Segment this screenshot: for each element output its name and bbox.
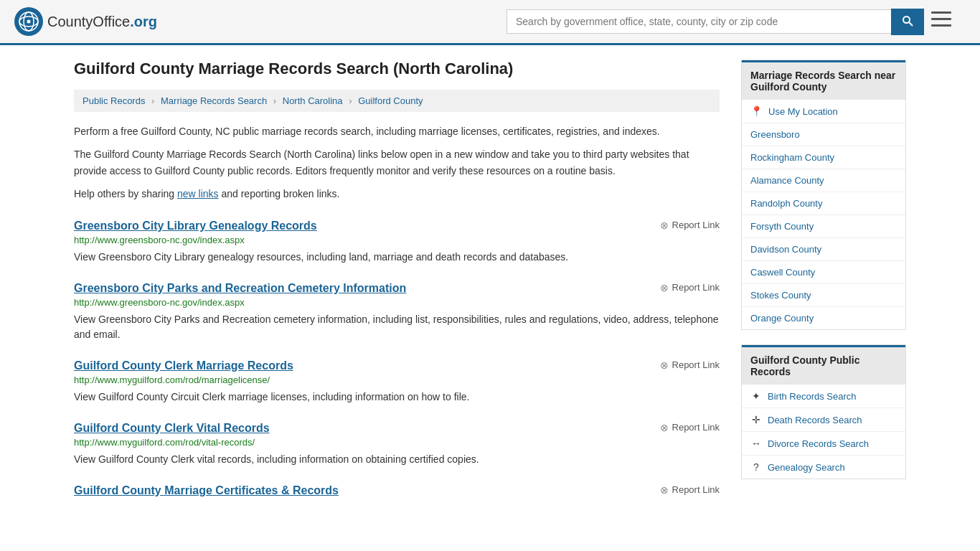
sidebar-death-records[interactable]: ✛ Death Records Search — [742, 408, 905, 432]
result-header-2: Greensboro City Parks and Recreation Cem… — [74, 282, 720, 295]
birth-records-link[interactable]: Birth Records Search — [768, 391, 857, 402]
sidebar-randolph[interactable]: Randolph County — [742, 192, 905, 215]
report-link-5[interactable]: ⊗ Report Link — [660, 484, 720, 496]
sidebar-rockingham[interactable]: Rockingham County — [742, 146, 905, 169]
page-wrapper: Guilford County Marriage Records Search … — [60, 45, 920, 512]
genealogy-link[interactable]: Genealogy Search — [768, 462, 845, 473]
result-title-4[interactable]: Guilford County Clerk Vital Records — [74, 422, 270, 435]
sidebar-orange[interactable]: Orange County — [742, 307, 905, 329]
report-link-label-5: Report Link — [672, 484, 720, 495]
desc-3-prefix: Help others by sharing — [74, 188, 177, 199]
divorce-icon: ↔ — [750, 438, 762, 449]
result-item-3: Guilford County Clerk Marriage Records ⊗… — [74, 359, 720, 405]
sidebar-public-section: Guilford County Public Records ✦ Birth R… — [741, 344, 906, 479]
result-title-5[interactable]: Guilford County Marriage Certificates & … — [74, 484, 339, 497]
search-input[interactable] — [507, 9, 891, 34]
sidebar-nearby-title: Marriage Records Search near Guilford Co… — [742, 60, 905, 100]
result-url-2: http://www.greensboro-nc.gov/index.aspx — [74, 297, 720, 308]
report-link-3[interactable]: ⊗ Report Link — [660, 359, 720, 371]
result-title[interactable]: Greensboro City Library Genealogy Record… — [74, 220, 317, 232]
result-header-5: Guilford County Marriage Certificates & … — [74, 484, 720, 497]
breadcrumb-sep-1: › — [151, 95, 154, 106]
sidebar-birth-records[interactable]: ✦ Birth Records Search — [742, 385, 905, 408]
result-title-3[interactable]: Guilford County Clerk Marriage Records — [74, 359, 293, 372]
location-icon: 📍 — [750, 105, 763, 117]
search-icon — [902, 15, 913, 27]
svg-rect-8 — [931, 18, 951, 20]
report-icon-3: ⊗ — [660, 359, 669, 371]
sidebar-divorce-records[interactable]: ↔ Divorce Records Search — [742, 432, 905, 456]
result-url-1: http://www.greensboro-nc.gov/index.aspx — [74, 235, 720, 245]
breadcrumb-marriage-records[interactable]: Marriage Records Search — [161, 95, 267, 106]
page-title: Guilford County Marriage Records Search … — [74, 60, 720, 78]
davidson-link[interactable]: Davidson County — [750, 244, 821, 255]
sidebar-public-title: Guilford County Public Records — [742, 345, 905, 385]
desc-1: Perform a free Guilford County, NC publi… — [74, 123, 720, 139]
report-link-label-3: Report Link — [672, 359, 720, 370]
report-link-label-1: Report Link — [672, 220, 720, 230]
report-link-label-4: Report Link — [672, 422, 720, 433]
report-link-1[interactable]: ⊗ Report Link — [660, 220, 720, 231]
result-header-3: Guilford County Clerk Marriage Records ⊗… — [74, 359, 720, 372]
desc-3: Help others by sharing new links and rep… — [74, 186, 720, 202]
header: CountyOffice.org — [0, 0, 980, 45]
logo-icon — [14, 7, 43, 36]
caswell-link[interactable]: Caswell County — [750, 267, 815, 278]
main-content: Guilford County Marriage Records Search … — [74, 60, 720, 497]
new-links[interactable]: new links — [177, 188, 219, 199]
result-title-2[interactable]: Greensboro City Parks and Recreation Cem… — [74, 282, 406, 295]
result-item-2: Greensboro City Parks and Recreation Cem… — [74, 282, 720, 342]
result-url-3: http://www.myguilford.com/rod/marriageli… — [74, 375, 720, 385]
breadcrumb-public-records[interactable]: Public Records — [83, 95, 145, 106]
sidebar: Marriage Records Search near Guilford Co… — [741, 60, 906, 497]
result-desc-1: View Greensboro City Library genealogy r… — [74, 250, 720, 265]
svg-line-6 — [909, 22, 913, 26]
forsyth-link[interactable]: Forsyth County — [750, 221, 814, 232]
sidebar-stokes[interactable]: Stokes County — [742, 284, 905, 307]
breadcrumb-guilford-county[interactable]: Guilford County — [358, 95, 423, 106]
breadcrumb-sep-2: › — [273, 95, 276, 106]
svg-point-4 — [27, 20, 31, 24]
result-url-4: http://www.myguilford.com/rod/vital-reco… — [74, 437, 720, 448]
randolph-link[interactable]: Randolph County — [750, 198, 822, 209]
logo-area: CountyOffice.org — [14, 7, 157, 36]
sidebar-genealogy[interactable]: ? Genealogy Search — [742, 456, 905, 479]
svg-rect-9 — [931, 24, 951, 27]
genealogy-icon: ? — [750, 461, 762, 473]
search-area — [507, 9, 951, 35]
greensboro-link[interactable]: Greensboro — [750, 129, 800, 140]
use-my-location-link[interactable]: Use My Location — [768, 106, 838, 117]
report-link-4[interactable]: ⊗ Report Link — [660, 422, 720, 433]
alamance-link[interactable]: Alamance County — [750, 175, 824, 186]
result-desc-3: View Guilford County Circuit Clerk marri… — [74, 390, 720, 405]
result-desc-4: View Guilford County Clerk vital records… — [74, 452, 720, 467]
result-header: Greensboro City Library Genealogy Record… — [74, 220, 720, 232]
report-link-label-2: Report Link — [672, 282, 720, 293]
logo-text: CountyOffice.org — [47, 14, 157, 30]
logo-brand: CountyOffice — [47, 14, 130, 29]
breadcrumb-north-carolina[interactable]: North Carolina — [283, 95, 343, 106]
rockingham-link[interactable]: Rockingham County — [750, 152, 834, 163]
sidebar-nearby-section: Marriage Records Search near Guilford Co… — [741, 60, 906, 330]
menu-icon[interactable] — [931, 11, 951, 32]
orange-link[interactable]: Orange County — [750, 313, 814, 324]
result-header-4: Guilford County Clerk Vital Records ⊗ Re… — [74, 422, 720, 435]
svg-point-5 — [903, 17, 910, 23]
sidebar-davidson[interactable]: Davidson County — [742, 238, 905, 261]
logo-org: .org — [130, 14, 157, 29]
sidebar-alamance[interactable]: Alamance County — [742, 169, 905, 192]
birth-icon: ✦ — [750, 390, 762, 402]
sidebar-use-location[interactable]: 📍 Use My Location — [742, 100, 905, 123]
sidebar-forsyth[interactable]: Forsyth County — [742, 215, 905, 238]
desc-2: The Guilford County Marriage Records Sea… — [74, 146, 720, 179]
sidebar-caswell[interactable]: Caswell County — [742, 261, 905, 284]
result-desc-2: View Greensboro City Parks and Recreatio… — [74, 312, 720, 342]
sidebar-greensboro[interactable]: Greensboro — [742, 123, 905, 146]
report-link-2[interactable]: ⊗ Report Link — [660, 282, 720, 293]
divorce-records-link[interactable]: Divorce Records Search — [768, 438, 869, 449]
death-icon: ✛ — [750, 414, 762, 425]
results-list: Greensboro City Library Genealogy Record… — [74, 220, 720, 497]
search-button[interactable] — [891, 9, 924, 35]
death-records-link[interactable]: Death Records Search — [768, 415, 862, 425]
stokes-link[interactable]: Stokes County — [750, 290, 811, 301]
